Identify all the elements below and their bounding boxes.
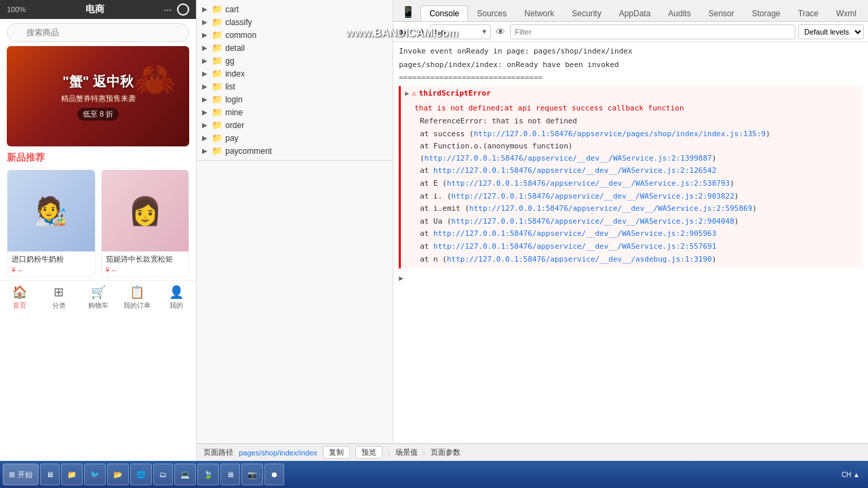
product-card-0[interactable]: 🧑‍🎨 进口奶粉牛奶粉 ¥ -- <box>7 169 96 277</box>
nav-classify-label: 分类 <box>52 301 66 310</box>
filter-input[interactable] <box>510 24 795 39</box>
circle-icon[interactable] <box>177 3 189 16</box>
search-bar-container: 🔍 <box>0 19 196 46</box>
tree-item-common[interactable]: ▶ 📁 common <box>197 28 393 41</box>
run-button[interactable]: ▶ <box>397 25 411 39</box>
nav-cart[interactable]: 🛒 购物车 <box>79 285 118 310</box>
devtools-tab-trace[interactable]: Trace <box>789 5 827 21</box>
tree-label-cart: cart <box>225 5 239 14</box>
app1-icon: 🖥 <box>46 470 54 479</box>
error-line-10: at http://127.0.0.1:58476/appservice/__d… <box>414 241 859 253</box>
devtools-tab-icon[interactable]: 📱 <box>396 3 420 21</box>
level-select[interactable]: Default levels <box>798 24 864 39</box>
file-tree: ▶ 📁 cart ▶ 📁 classify ▶ 📁 common ▶ 📁 det… <box>197 0 393 161</box>
status-params-label: 页面参数 <box>431 447 460 458</box>
taskbar-app-4[interactable]: 📂 <box>107 464 129 485</box>
tree-arrow-paycomment: ▶ <box>202 147 210 155</box>
nav-home[interactable]: 🏠 首页 <box>0 285 39 310</box>
status-divider-2: | <box>423 449 425 457</box>
app8-icon: 🍃 <box>203 470 213 479</box>
taskbar-app-2[interactable]: 📁 <box>61 464 83 485</box>
app2-icon: 📁 <box>67 470 77 479</box>
error-header[interactable]: ▶ ⚠ thirdScriptError <box>401 86 863 101</box>
devtools-tab-audits[interactable]: Audits <box>659 5 699 21</box>
tree-item-gg[interactable]: ▶ 📁 gg <box>197 54 393 67</box>
error-url-10[interactable]: http://127.0.0.1:58476/appservice/__dev_… <box>433 242 716 251</box>
devtools-tab-wxml[interactable]: Wxml <box>827 5 865 21</box>
tree-item-login[interactable]: ▶ 📁 login <box>197 93 393 106</box>
error-expand-icon: ▶ <box>405 88 409 99</box>
nav-classify[interactable]: ⊞ 分类 <box>39 285 79 310</box>
log-line-1: pages/shop/index/index: onReady have bee… <box>399 58 863 72</box>
error-url-7[interactable]: http://127.0.0.1:58476/appservice/__dev_… <box>469 204 752 213</box>
more-icon[interactable]: ··· <box>164 4 172 15</box>
tree-arrow-order: ▶ <box>202 121 210 129</box>
tree-item-detail[interactable]: ▶ 📁 detail <box>197 41 393 54</box>
error-url-2[interactable]: http://127.0.0.1:58476/appservice/pages/… <box>474 129 766 138</box>
app9-icon: 🖥 <box>226 470 234 479</box>
error-url-3[interactable]: http://127.0.0.1:58476/appservice/__dev_… <box>425 154 712 163</box>
banner-decoration: 🦀 <box>134 60 176 99</box>
devtools-tab-storage[interactable]: Storage <box>743 5 789 21</box>
taskbar-app-9[interactable]: 🖥 <box>220 464 240 485</box>
tree-arrow-mine: ▶ <box>202 108 210 116</box>
error-url-9[interactable]: http://127.0.0.1:58476/appservice/__dev_… <box>433 229 716 238</box>
tree-item-index[interactable]: ▶ 📁 index <box>197 67 393 80</box>
app4-icon: 📂 <box>113 470 123 479</box>
product-grid: 🧑‍🎨 进口奶粉牛奶粉 ¥ -- 👩 茄妮诗中长款宽松矩 ¥ -- <box>0 167 196 280</box>
file-tree-panel: ▶ 📁 cart ▶ 📁 classify ▶ 📁 common ▶ 📁 det… <box>197 0 393 443</box>
error-url-5[interactable]: http://127.0.0.1:58476/appservice/__dev_… <box>447 179 730 188</box>
app10-icon: 📷 <box>248 470 257 479</box>
taskbar-app-5[interactable]: 🌐 <box>130 464 152 485</box>
taskbar-app-8[interactable]: 🍃 <box>197 464 219 485</box>
tree-item-order[interactable]: ▶ 📁 order <box>197 119 393 131</box>
error-body: that is not defined;at api request succe… <box>401 100 863 268</box>
nav-orders[interactable]: 📋 我的订单 <box>118 285 157 310</box>
taskbar-app-7[interactable]: 💻 <box>174 464 196 485</box>
product-avatar-1: 👩 <box>102 170 189 251</box>
product-price-0: ¥ -- <box>12 266 91 274</box>
tree-item-paycomment[interactable]: ▶ 📁 paycomment <box>197 144 393 157</box>
banner-badge: 低至 8 折 <box>77 108 119 121</box>
context-select[interactable]: top <box>430 24 491 39</box>
start-button[interactable]: ⊞ 开始 <box>3 464 39 485</box>
taskbar-app-11[interactable]: ⏺ <box>264 464 284 485</box>
taskbar-app-3[interactable]: 🐦 <box>84 464 106 485</box>
devtools-tab-console[interactable]: Console <box>420 5 468 21</box>
banner-title: "蟹" 返中秋 <box>61 73 136 91</box>
tree-item-classify[interactable]: ▶ 📁 classify <box>197 16 393 28</box>
devtools-tab-appdata[interactable]: AppData <box>610 5 660 21</box>
tree-item-mine[interactable]: ▶ 📁 mine <box>197 106 393 119</box>
error-url-4[interactable]: http://127.0.0.1:58476/appservice/__dev_… <box>433 166 716 175</box>
taskbar-app-6[interactable]: 🗂 <box>153 464 173 485</box>
error-url-6[interactable]: http://127.0.0.1:58476/appservice/__dev_… <box>452 192 734 201</box>
tree-item-pay[interactable]: ▶ 📁 pay <box>197 131 393 144</box>
eye-button[interactable]: 👁 <box>494 25 507 39</box>
tree-label-order: order <box>225 121 244 130</box>
tree-label-common: common <box>225 30 256 40</box>
preview-button[interactable]: 预览 <box>355 446 382 459</box>
home-icon: 🏠 <box>12 285 27 300</box>
product-info-1: 茄妮诗中长款宽松矩 ¥ -- <box>102 251 189 277</box>
start-icon: ⊞ <box>9 470 15 479</box>
expand-more-btn[interactable]: ▶ <box>399 270 863 287</box>
stop-button[interactable]: ⊘ <box>414 25 427 39</box>
nav-mine[interactable]: 👤 我的 <box>157 285 196 310</box>
folder-icon-order: 📁 <box>212 120 222 130</box>
taskbar-app-10[interactable]: 📷 <box>241 464 263 485</box>
product-avatar-0: 🧑‍🎨 <box>7 170 95 251</box>
error-url-11[interactable]: http://127.0.0.1:58476/appservice/__dev_… <box>447 255 712 264</box>
devtools-tab-security[interactable]: Security <box>563 5 610 21</box>
tree-item-list[interactable]: ▶ 📁 list <box>197 80 393 93</box>
error-line-7: at i.emit (http://127.0.0.1:58476/appser… <box>414 203 859 215</box>
search-input[interactable] <box>7 23 189 42</box>
product-card-1[interactable]: 👩 茄妮诗中长款宽松矩 ¥ -- <box>101 169 190 277</box>
error-url-8[interactable]: http://127.0.0.1:58476/appservice/__dev_… <box>452 217 734 226</box>
taskbar-app-1[interactable]: 🖥 <box>40 464 60 485</box>
bottom-nav: 🏠 首页 ⊞ 分类 🛒 购物车 📋 我的订单 👤 我的 <box>0 280 196 313</box>
devtools-tab-sensor[interactable]: Sensor <box>700 5 743 21</box>
tree-item-cart[interactable]: ▶ 📁 cart <box>197 3 393 16</box>
copy-button[interactable]: 复制 <box>323 446 350 459</box>
devtools-tab-sources[interactable]: Sources <box>468 5 515 21</box>
devtools-tab-network[interactable]: Network <box>515 5 563 21</box>
